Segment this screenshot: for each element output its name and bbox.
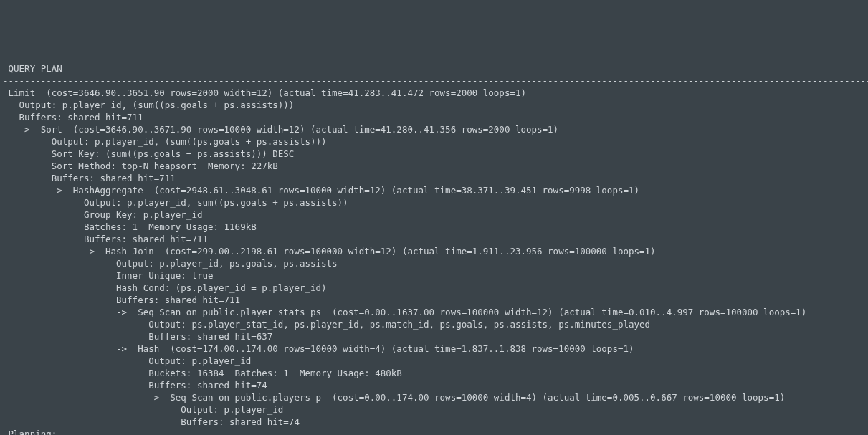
plan-line: Output: p.player_id | bbox=[3, 355, 868, 366]
plan-line: Buffers: shared hit=74 | bbox=[3, 416, 868, 427]
plan-line: Buffers: shared hit=711 | bbox=[3, 173, 868, 183]
plan-line: Buffers: shared hit=74 | bbox=[3, 380, 868, 391]
plan-line: Buffers: shared hit=711 | bbox=[3, 112, 868, 123]
plan-line: Buffers: shared hit=711 | bbox=[3, 234, 868, 244]
plan-line: Limit (cost=3646.90..3651.90 rows=2000 w… bbox=[3, 87, 868, 98]
plan-line: Output: p.player_id, sum((ps.goals + ps.… bbox=[3, 197, 868, 208]
plan-line: -> HashAggregate (cost=2948.61..3048.61 … bbox=[3, 185, 868, 196]
plan-line: Sort Key: (sum((ps.goals + ps.assists)))… bbox=[3, 148, 868, 159]
plan-line: Output: ps.player_stat_id, ps.player_id,… bbox=[3, 319, 868, 330]
plan-line: Group Key: p.player_id | bbox=[3, 209, 868, 220]
plan-line: Buckets: 16384 Batches: 1 Memory Usage: … bbox=[3, 368, 868, 378]
plan-line: -> Seq Scan on public.player_stats ps (c… bbox=[3, 307, 868, 317]
plan-line: Sort Method: top-N heapsort Memory: 227k… bbox=[3, 161, 868, 171]
plan-line: Output: p.player_id, (sum((ps.goals + ps… bbox=[3, 136, 868, 147]
plan-line: Hash Cond: (ps.player_id = p.player_id) … bbox=[3, 282, 868, 293]
plan-header: QUERY PLAN | bbox=[3, 63, 868, 74]
plan-line: Batches: 1 Memory Usage: 1169kB | bbox=[3, 221, 868, 232]
plan-line: Output: p.player_id, ps.goals, ps.assist… bbox=[3, 258, 868, 269]
plan-line: -> Hash Join (cost=299.00..2198.61 rows=… bbox=[3, 246, 868, 257]
plan-line: -> Seq Scan on public.players p (cost=0.… bbox=[3, 392, 868, 403]
plan-line: Output: p.player_id, (sum((ps.goals + ps… bbox=[3, 100, 868, 110]
plan-line: Output: p.player_id | bbox=[3, 404, 868, 415]
plan-line: -> Hash (cost=174.00..174.00 rows=10000 … bbox=[3, 343, 868, 354]
query-plan-output: QUERY PLAN | ---------------------------… bbox=[0, 49, 868, 435]
plan-line: Buffers: shared hit=711 | bbox=[3, 295, 868, 305]
plan-line: Buffers: shared hit=637 | bbox=[3, 331, 868, 342]
plan-line: Inner Unique: true | bbox=[3, 270, 868, 281]
plan-divider: ----------------------------------------… bbox=[3, 75, 868, 86]
plan-line: -> Sort (cost=3646.90..3671.90 rows=1000… bbox=[3, 124, 868, 135]
plan-line: Planning: | bbox=[3, 429, 868, 435]
